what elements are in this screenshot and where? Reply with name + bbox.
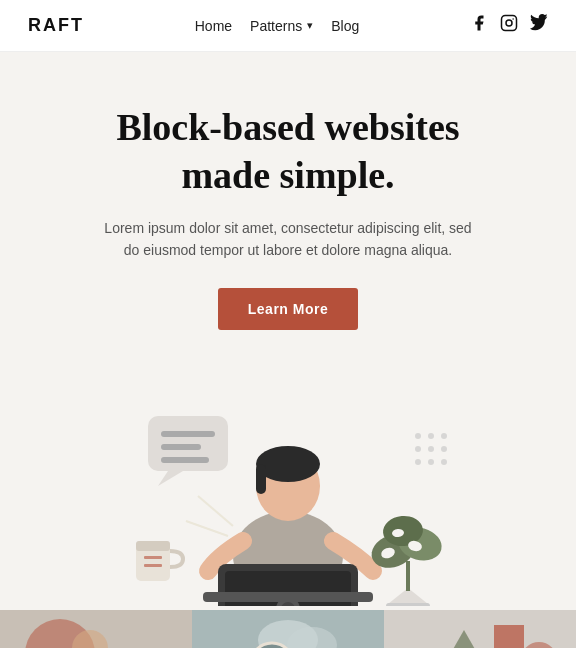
svg-rect-53 — [494, 625, 524, 648]
nav-links: Home Patterns Blog — [195, 18, 360, 34]
nav-patterns[interactable]: Patterns — [250, 18, 313, 34]
site-logo: RAFT — [28, 15, 84, 36]
svg-rect-0 — [502, 16, 517, 31]
bottom-cards — [0, 610, 576, 648]
navbar: RAFT Home Patterns Blog — [0, 0, 576, 52]
svg-point-1 — [506, 20, 512, 26]
illustration-area — [0, 386, 576, 606]
card-1[interactable] — [0, 610, 192, 648]
svg-rect-31 — [406, 561, 410, 591]
social-icons — [470, 14, 548, 37]
nav-home[interactable]: Home — [195, 18, 232, 34]
card-3[interactable] — [384, 610, 576, 648]
svg-rect-15 — [161, 444, 201, 450]
twitter-icon[interactable] — [530, 14, 548, 37]
nav-blog[interactable]: Blog — [331, 18, 359, 34]
svg-point-11 — [441, 459, 447, 465]
svg-point-2 — [512, 18, 514, 20]
svg-rect-29 — [203, 592, 373, 602]
svg-rect-24 — [256, 464, 266, 494]
svg-point-8 — [441, 446, 447, 452]
svg-marker-13 — [158, 471, 183, 486]
facebook-icon[interactable] — [470, 14, 488, 37]
svg-rect-30 — [386, 603, 430, 606]
learn-more-button[interactable]: Learn More — [218, 288, 358, 330]
svg-point-4 — [428, 433, 434, 439]
svg-point-7 — [428, 446, 434, 452]
svg-point-9 — [415, 459, 421, 465]
hero-section: Block-based websites made simple. Lorem … — [0, 52, 576, 386]
svg-point-3 — [415, 433, 421, 439]
instagram-icon[interactable] — [500, 14, 518, 37]
svg-rect-14 — [161, 431, 215, 437]
svg-rect-19 — [144, 556, 162, 559]
svg-rect-16 — [161, 457, 209, 463]
svg-rect-18 — [136, 541, 170, 551]
hero-subtitle: Lorem ipsum dolor sit amet, consectetur … — [98, 217, 478, 262]
svg-point-5 — [441, 433, 447, 439]
svg-point-6 — [415, 446, 421, 452]
svg-point-10 — [428, 459, 434, 465]
svg-line-38 — [198, 496, 233, 526]
hero-illustration — [78, 396, 498, 606]
svg-rect-20 — [144, 564, 162, 567]
card-2[interactable] — [192, 610, 384, 648]
svg-rect-52 — [384, 610, 576, 648]
hero-title: Block-based websites made simple. — [60, 104, 516, 199]
svg-line-39 — [186, 521, 228, 536]
